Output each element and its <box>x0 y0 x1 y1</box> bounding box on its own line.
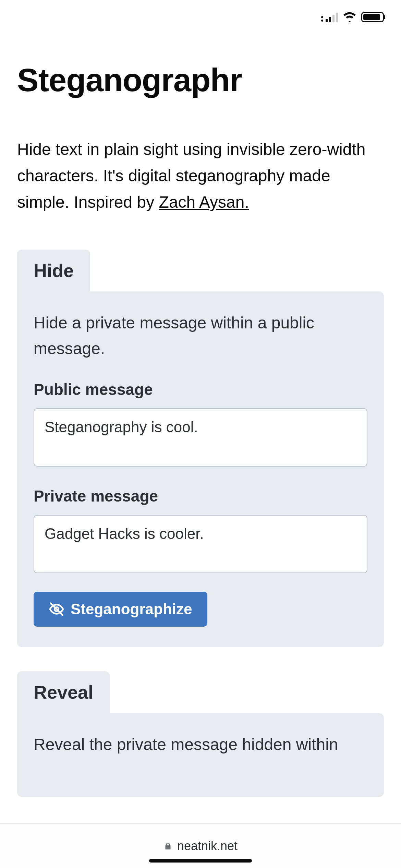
steganographize-button[interactable]: Steganographize <box>34 592 207 627</box>
public-message-input[interactable] <box>34 408 367 467</box>
page-content: Steganographr Hide text in plain sight u… <box>0 0 401 823</box>
page-title: Steganographr <box>17 62 384 99</box>
steganographize-button-label: Steganographize <box>71 601 192 618</box>
tab-reveal[interactable]: Reveal <box>17 671 110 713</box>
hide-section: Hide Hide a private message within a pub… <box>17 250 384 647</box>
page-description: Hide text in plain sight using invisible… <box>17 136 384 215</box>
hide-panel-description: Hide a private message within a public m… <box>34 310 367 361</box>
browser-domain: neatnik.net <box>177 839 238 853</box>
home-indicator[interactable] <box>149 859 252 863</box>
reveal-panel-description: Reveal the private message hidden within <box>34 732 367 757</box>
inspiration-link[interactable]: Zach Aysan. <box>159 193 249 211</box>
public-message-label: Public message <box>34 380 367 399</box>
lock-icon <box>163 842 172 851</box>
reveal-section: Reveal Reveal the private message hidden… <box>17 671 384 797</box>
tab-hide[interactable]: Hide <box>17 250 90 291</box>
private-message-input[interactable] <box>34 515 367 573</box>
eye-slash-icon <box>49 601 64 617</box>
hide-panel: Hide a private message within a public m… <box>17 291 384 647</box>
reveal-panel: Reveal the private message hidden within <box>17 713 384 797</box>
private-message-label: Private message <box>34 487 367 505</box>
